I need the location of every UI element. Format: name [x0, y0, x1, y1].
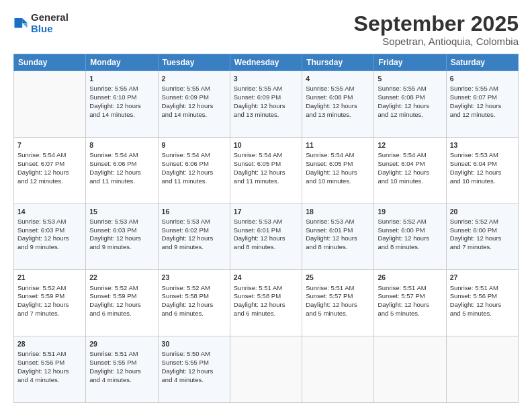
day-info-line: Sunrise: 5:51 AM — [306, 284, 370, 293]
calendar-cell: 11Sunrise: 5:54 AMSunset: 6:05 PMDayligh… — [302, 137, 374, 203]
day-info-line: Sunset: 5:59 PM — [17, 292, 82, 301]
day-info-line: Sunrise: 5:54 AM — [234, 151, 298, 160]
day-info-line: Sunrise: 5:55 AM — [162, 85, 226, 93]
subtitle: Sopetran, Antioquia, Colombia — [354, 36, 519, 47]
day-info-line: Sunrise: 5:55 AM — [89, 85, 154, 93]
calendar-cell: 7Sunrise: 5:54 AMSunset: 6:07 PMDaylight… — [14, 137, 86, 203]
day-info-line: and 14 minutes. — [162, 111, 226, 120]
day-info-line: Sunset: 5:58 PM — [234, 292, 298, 301]
calendar-cell: 6Sunrise: 5:55 AMSunset: 6:07 PMDaylight… — [446, 71, 518, 138]
week-row-3: 14Sunrise: 5:53 AMSunset: 6:03 PMDayligh… — [14, 203, 519, 270]
day-info-line: Sunset: 5:58 PM — [162, 292, 226, 301]
day-info-line: Sunset: 5:59 PM — [89, 292, 154, 301]
day-info-line: and 8 minutes. — [306, 243, 370, 252]
week-row-2: 7Sunrise: 5:54 AMSunset: 6:07 PMDaylight… — [14, 137, 519, 203]
day-number: 21 — [17, 273, 82, 282]
calendar-cell — [374, 336, 446, 403]
day-number: 2 — [162, 74, 226, 83]
day-info-line: and 8 minutes. — [234, 243, 298, 252]
calendar-header-row: SundayMondayTuesdayWednesdayThursdayFrid… — [14, 54, 519, 71]
svg-marker-0 — [22, 17, 27, 22]
day-number: 8 — [89, 140, 154, 150]
day-info-line: Sunrise: 5:52 AM — [89, 284, 154, 293]
day-info-line: Sunset: 5:57 PM — [306, 292, 370, 301]
calendar-cell: 30Sunrise: 5:50 AMSunset: 5:55 PMDayligh… — [158, 336, 230, 403]
day-info-line: Sunset: 5:57 PM — [378, 292, 442, 301]
calendar-cell: 26Sunrise: 5:51 AMSunset: 5:57 PMDayligh… — [374, 270, 446, 336]
week-row-1: 1Sunrise: 5:55 AMSunset: 6:10 PMDaylight… — [14, 71, 519, 138]
calendar-cell — [302, 336, 374, 403]
day-info-line: and 10 minutes. — [306, 177, 370, 186]
calendar-cell: 3Sunrise: 5:55 AMSunset: 6:09 PMDaylight… — [230, 71, 302, 138]
day-info-line: Sunrise: 5:53 AM — [162, 218, 226, 226]
day-info-line: and 13 minutes. — [234, 111, 298, 120]
day-info-line: Daylight: 12 hours — [234, 169, 298, 177]
day-number: 11 — [306, 140, 370, 150]
col-header-tuesday: Tuesday — [158, 54, 230, 71]
day-info-line: Daylight: 12 hours — [306, 301, 370, 310]
calendar-cell: 15Sunrise: 5:53 AMSunset: 6:03 PMDayligh… — [86, 203, 158, 270]
day-info-line: and 12 minutes. — [450, 111, 515, 120]
day-info-line: Sunrise: 5:51 AM — [17, 350, 82, 359]
day-info-line: and 12 minutes. — [378, 111, 442, 120]
calendar-cell: 28Sunrise: 5:51 AMSunset: 5:56 PMDayligh… — [14, 336, 86, 403]
day-info-line: Sunrise: 5:55 AM — [234, 85, 298, 93]
day-number: 6 — [450, 74, 515, 83]
day-number: 3 — [234, 74, 298, 83]
day-info-line: Daylight: 12 hours — [89, 169, 154, 177]
day-info-line: Sunrise: 5:50 AM — [162, 350, 226, 359]
day-info-line: Daylight: 12 hours — [378, 169, 442, 177]
day-info-line: and 10 minutes. — [450, 177, 515, 186]
calendar-cell: 1Sunrise: 5:55 AMSunset: 6:10 PMDaylight… — [86, 71, 158, 138]
day-info-line: Sunrise: 5:52 AM — [162, 284, 226, 293]
day-info-line: Daylight: 12 hours — [162, 367, 226, 376]
day-info-line: Sunset: 6:09 PM — [162, 93, 226, 102]
day-number: 30 — [162, 339, 226, 349]
day-info-line: Sunrise: 5:54 AM — [17, 151, 82, 160]
day-info-line: and 13 minutes. — [306, 111, 370, 120]
day-number: 12 — [378, 140, 442, 150]
day-number: 7 — [17, 140, 82, 150]
day-info-line: Daylight: 12 hours — [162, 301, 226, 310]
day-info-line: Daylight: 12 hours — [378, 301, 442, 310]
day-info-line: Sunset: 6:00 PM — [378, 226, 442, 235]
calendar-cell: 14Sunrise: 5:53 AMSunset: 6:03 PMDayligh… — [14, 203, 86, 270]
calendar-cell: 17Sunrise: 5:53 AMSunset: 6:01 PMDayligh… — [230, 203, 302, 270]
calendar-table: SundayMondayTuesdayWednesdayThursdayFrid… — [13, 54, 519, 403]
day-info-line: Sunset: 6:07 PM — [450, 93, 515, 102]
day-info-line: Sunrise: 5:54 AM — [378, 151, 442, 160]
day-info-line: and 14 minutes. — [89, 111, 154, 120]
col-header-saturday: Saturday — [446, 54, 518, 71]
day-info-line: and 11 minutes. — [234, 177, 298, 186]
col-header-thursday: Thursday — [302, 54, 374, 71]
day-info-line: Daylight: 12 hours — [234, 301, 298, 310]
calendar-cell: 12Sunrise: 5:54 AMSunset: 6:04 PMDayligh… — [374, 137, 446, 203]
day-info-line: Sunrise: 5:53 AM — [89, 218, 154, 226]
day-number: 18 — [306, 207, 370, 216]
day-info-line: Sunset: 6:00 PM — [450, 226, 515, 235]
day-info-line: Sunset: 6:01 PM — [306, 226, 370, 235]
calendar-cell: 13Sunrise: 5:53 AMSunset: 6:04 PMDayligh… — [446, 137, 518, 203]
calendar-cell: 25Sunrise: 5:51 AMSunset: 5:57 PMDayligh… — [302, 270, 374, 336]
main-title: September 2025 — [354, 12, 519, 36]
day-info-line: and 6 minutes. — [234, 310, 298, 318]
calendar-cell: 20Sunrise: 5:52 AMSunset: 6:00 PMDayligh… — [446, 203, 518, 270]
day-info-line: Sunrise: 5:52 AM — [450, 218, 515, 226]
day-info-line: and 6 minutes. — [162, 310, 226, 318]
day-info-line: Sunrise: 5:53 AM — [234, 218, 298, 226]
calendar-cell: 10Sunrise: 5:54 AMSunset: 6:05 PMDayligh… — [230, 137, 302, 203]
header: General Blue September 2025 Sopetran, An… — [13, 12, 519, 47]
logo-text: General Blue — [31, 12, 69, 34]
svg-marker-1 — [22, 23, 27, 28]
day-number: 27 — [450, 273, 515, 282]
calendar-cell: 8Sunrise: 5:54 AMSunset: 6:06 PMDaylight… — [86, 137, 158, 203]
day-number: 13 — [450, 140, 515, 150]
day-info-line: and 7 minutes. — [17, 310, 82, 318]
day-info-line: Sunrise: 5:53 AM — [450, 151, 515, 160]
day-info-line: Sunset: 6:08 PM — [306, 93, 370, 102]
day-info-line: Sunset: 6:10 PM — [89, 93, 154, 102]
day-info-line: Daylight: 12 hours — [450, 301, 515, 310]
day-info-line: and 9 minutes. — [89, 243, 154, 252]
day-info-line: Sunset: 5:56 PM — [17, 359, 82, 367]
day-number: 26 — [378, 273, 442, 282]
